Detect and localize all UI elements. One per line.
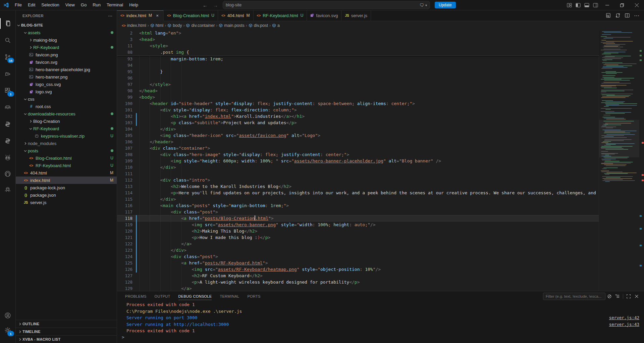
breadcrumb-item-a[interactable]: a xyxy=(272,23,280,28)
menu-file[interactable]: File xyxy=(12,0,25,10)
tab-favicon.svg[interactable]: favicon.svg xyxy=(307,10,341,21)
copilot-icon[interactable]: 🗨 xyxy=(420,3,424,8)
explorer-icon[interactable] xyxy=(0,17,15,30)
tree-item-favicon.png[interactable]: favicon.png xyxy=(16,51,117,58)
code-line-94[interactable]: 94 xyxy=(117,62,599,68)
forward-arrow-icon[interactable]: → xyxy=(210,2,221,8)
collapse-all-icon[interactable] xyxy=(613,292,622,300)
toggle-panel-icon[interactable] xyxy=(582,0,591,10)
code-line-126[interactable]: 126<img src="assets/RF-Keyboard/heatmap.… xyxy=(117,266,599,273)
open-changes-icon[interactable] xyxy=(613,11,623,20)
code-line-118[interactable]: 118<a href="posts/Blog-Creation.html"> xyxy=(117,215,599,222)
menu-selection[interactable]: Selection xyxy=(38,0,62,10)
godot-icon[interactable] xyxy=(0,101,15,114)
code-line-113[interactable]: 113<h2>Welcome to the Karoll Industries … xyxy=(117,183,599,190)
menu-run[interactable]: Run xyxy=(90,0,104,10)
restore-button[interactable] xyxy=(614,0,629,10)
code-line-129[interactable]: 129</a> xyxy=(117,285,599,291)
panel-tab-output[interactable]: OUTPUT xyxy=(155,291,170,301)
code-line-93[interactable]: 93margin-bottom: 1rem; xyxy=(117,56,599,62)
code-line-102[interactable]: 102<h1><a href="index.html">Karoll.indus… xyxy=(117,113,599,119)
tree-item-node_modules[interactable]: node_modules xyxy=(16,140,117,147)
code-line-128[interactable]: 128<p>A light-weight wireless keyboard d… xyxy=(117,279,599,285)
tree-item-making-blog[interactable]: making-blog xyxy=(16,36,117,44)
breadcrumb-item-html[interactable]: html xyxy=(150,23,164,28)
menu-help[interactable]: Help xyxy=(126,0,141,10)
code-line-110[interactable]: 110</div> xyxy=(117,164,599,170)
tree-root-blog-site[interactable]: BLOG-SITE xyxy=(16,21,117,29)
source-control-icon[interactable]: 15 xyxy=(0,50,15,64)
code-line-108[interactable]: 108<div class="hero-image" style="displa… xyxy=(117,151,599,158)
minimap[interactable] xyxy=(599,30,639,291)
close-panel-icon[interactable] xyxy=(633,292,641,300)
chevron-down-icon[interactable]: ▾ xyxy=(425,3,427,7)
tree-item-package.json[interactable]: {}package.json xyxy=(16,191,117,199)
code-line-109[interactable]: 109<img style="height: 600px; width: 100… xyxy=(117,158,599,164)
debug-console-input[interactable]: > xyxy=(117,335,644,340)
open-preview-icon[interactable] xyxy=(604,11,613,20)
tree-item-hero-banner-placeholder.jpg[interactable]: hero-banner-placeholder.jpg xyxy=(16,66,117,73)
tree-item-Blog-Creation[interactable]: Blog-Creation xyxy=(16,117,117,125)
update-button[interactable]: Update xyxy=(435,2,456,8)
tree-item-logo_css.svg[interactable]: logo_css.svg xyxy=(16,81,117,88)
breadcrumb-item-body[interactable]: body xyxy=(167,23,182,28)
tab-server.js[interactable]: JSserver.js xyxy=(341,10,371,21)
tree-item-RF-Keyboard.html[interactable]: <>RF-Keyboard.htmlU xyxy=(16,162,117,169)
tree-item-server.js[interactable]: JSserver.js xyxy=(16,199,117,206)
panel-tab-debug-console[interactable]: DEBUG CONSOLE xyxy=(178,291,212,301)
breadcrumb-item-index.html[interactable]: <>index.html xyxy=(122,23,146,28)
close-tab-icon[interactable]: × xyxy=(155,13,160,18)
minimize-button[interactable] xyxy=(600,0,614,10)
source-link[interactable]: server.js:43 xyxy=(609,321,639,328)
tree-item-RF-Keyboard[interactable]: RF-Keyboard xyxy=(16,125,117,132)
code-line-100[interactable]: 100<header id="site-header" style="displ… xyxy=(117,100,599,107)
code-line-3[interactable]: 3<head> xyxy=(117,36,599,43)
python-icon[interactable] xyxy=(0,117,15,131)
tree-item-favicon.svg[interactable]: favicon.svg xyxy=(16,58,117,66)
tree-item-assets[interactable]: assets xyxy=(16,29,117,36)
breadcrumb-item-div.post[interactable]: div.post xyxy=(249,23,268,28)
command-center-search[interactable]: blog-site 🗨 ▾ xyxy=(223,1,430,9)
tree-item-downloadable-resources[interactable]: downloadable-resources xyxy=(16,110,117,117)
code-line-99[interactable]: 99<body> xyxy=(117,94,599,100)
panel-tab-terminal[interactable]: TERMINAL xyxy=(220,291,239,301)
code-line-106[interactable]: 106</header> xyxy=(117,139,599,145)
tree-item-RF-Keyboard[interactable]: RF-Keyboard xyxy=(16,44,117,51)
tree-item-package-lock.json[interactable]: {}package-lock.json xyxy=(16,184,117,191)
tree-item-hero-banner.png[interactable]: hero-banner.png xyxy=(16,73,117,81)
toggle-primary-sidebar-icon[interactable] xyxy=(574,0,582,10)
code-line-122[interactable]: 122</a> xyxy=(117,241,599,247)
settings-gear-icon[interactable]: 1 xyxy=(0,324,15,337)
extensions-icon[interactable]: 1 xyxy=(0,84,15,97)
tab-Blog-Creation.html[interactable]: <>Blog-Creation.htmlU xyxy=(164,10,218,21)
tree-item-404.html[interactable]: <>404.htmlM xyxy=(16,169,117,177)
search-icon[interactable] xyxy=(0,34,15,47)
code-line-96[interactable]: 96 xyxy=(117,75,599,81)
tree-item-index.html[interactable]: <>index.htmlM xyxy=(16,177,117,184)
code-line-111[interactable]: 111 xyxy=(117,170,599,177)
console-filter-input[interactable] xyxy=(543,293,605,300)
code-line-88[interactable]: 88.post img { xyxy=(117,49,599,55)
tree-item-css[interactable]: css xyxy=(16,95,117,103)
code-line-119[interactable]: 119<img src="assets/hero-banner.png" sty… xyxy=(117,222,599,228)
close-window-button[interactable] xyxy=(629,0,644,10)
tab-index.html[interactable]: <>index.htmlM× xyxy=(117,10,164,21)
code-line-103[interactable]: 103<p class="subtitle">Project work and … xyxy=(117,119,599,126)
code-line-104[interactable]: 104</div> xyxy=(117,126,599,132)
code-line-116[interactable]: 116<main class="posts" style="margin-bot… xyxy=(117,202,599,209)
alien-icon[interactable] xyxy=(0,151,15,164)
code-line-2[interactable]: 2<html lang="en"> xyxy=(117,30,599,36)
section-outline[interactable]: OUTLINE xyxy=(16,320,117,328)
code-line-124[interactable]: 124<div class="post"> xyxy=(117,253,599,260)
accounts-icon[interactable] xyxy=(0,309,15,322)
code-line-127[interactable]: 127<h2>RF Custom Keyboard</h2> xyxy=(117,273,599,279)
explorer-more-actions-icon[interactable]: ⋯ xyxy=(108,13,113,18)
overview-ruler[interactable] xyxy=(639,30,644,291)
run-debug-icon[interactable] xyxy=(0,67,15,81)
code-line-120[interactable]: 120<h2>Making This Blog</h2> xyxy=(117,228,599,234)
maximize-panel-icon[interactable] xyxy=(625,292,633,300)
section-xvba-macro-list[interactable]: XVBA - MACRO LIST xyxy=(16,335,117,343)
code-line-107[interactable]: 107<div class="container"> xyxy=(117,145,599,151)
github-icon[interactable] xyxy=(0,167,15,181)
panel-tab-problems[interactable]: PROBLEMS xyxy=(125,291,147,301)
